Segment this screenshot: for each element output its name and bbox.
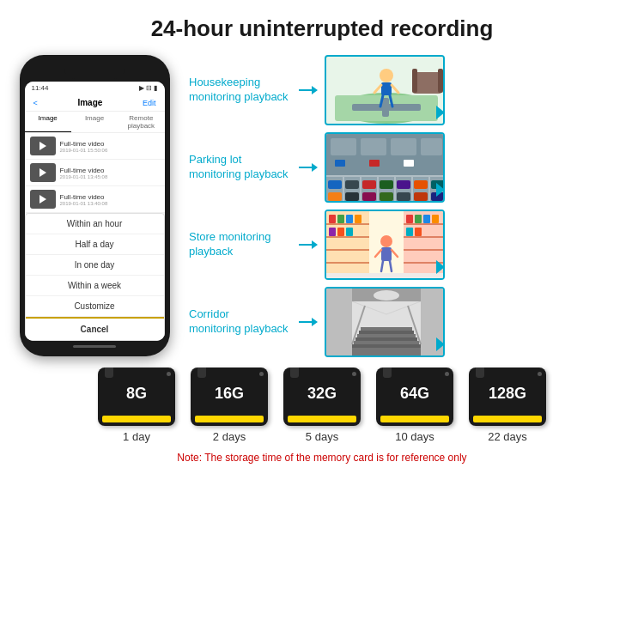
video-label-2: Full-time video bbox=[60, 167, 160, 174]
svg-rect-73 bbox=[415, 228, 422, 236]
phone-icons: ▶ ⊟ ▮ bbox=[139, 84, 157, 92]
phone-tab-image[interactable]: Image bbox=[25, 112, 71, 132]
sd-card-8g: 8G bbox=[98, 368, 175, 426]
svg-rect-42 bbox=[369, 160, 380, 167]
sd-dot-128g bbox=[538, 372, 542, 376]
storage-card-16g: 16G 2 days bbox=[191, 368, 268, 443]
sd-dot-64g bbox=[445, 372, 449, 376]
svg-rect-23 bbox=[345, 180, 359, 189]
storage-days-128g: 22 days bbox=[488, 430, 527, 443]
storage-card-64g: 64G 10 days bbox=[376, 368, 453, 443]
storage-days-16g: 2 days bbox=[213, 430, 246, 443]
monitoring-image-housekeeping bbox=[325, 55, 445, 125]
svg-rect-80 bbox=[352, 344, 421, 348]
scene-store-svg bbox=[326, 211, 445, 280]
svg-rect-38 bbox=[361, 138, 386, 155]
play-icon-1 bbox=[39, 142, 46, 150]
phone-outer: 11:44 ▶ ⊟ ▮ < Image Edit Image Image Rem… bbox=[20, 55, 170, 356]
scene-kids-svg bbox=[326, 57, 445, 125]
dropdown-item-one-day[interactable]: In one day bbox=[26, 255, 164, 276]
svg-rect-33 bbox=[397, 192, 410, 201]
sd-label-8g: 8G bbox=[126, 385, 147, 403]
dropdown-item-customize[interactable]: Customize bbox=[26, 296, 164, 317]
connector-line-2 bbox=[299, 167, 312, 168]
scene-arrow-housekeeping bbox=[436, 106, 445, 119]
phone-tab-image2[interactable]: Image bbox=[71, 112, 118, 132]
monitoring-image-corridor bbox=[325, 287, 445, 357]
svg-rect-83 bbox=[357, 334, 416, 337]
sd-card-128g: 128G bbox=[469, 368, 546, 426]
svg-rect-70 bbox=[423, 215, 430, 223]
dropdown-item-week[interactable]: Within a week bbox=[26, 276, 164, 296]
svg-rect-32 bbox=[380, 192, 393, 201]
phone-tab-remote[interactable]: Remote playback bbox=[118, 112, 164, 132]
phone-time: 11:44 bbox=[32, 84, 49, 92]
storage-card-32g: 32G 5 days bbox=[283, 368, 361, 443]
storage-days-8g: 1 day bbox=[123, 430, 150, 443]
svg-rect-81 bbox=[354, 341, 419, 344]
video-item-1: Full-time video 2019-01-01 15:50:06 bbox=[25, 133, 165, 160]
svg-rect-59 bbox=[329, 228, 336, 236]
storage-days-64g: 10 days bbox=[395, 430, 434, 443]
connector-arrow-1 bbox=[312, 86, 318, 94]
play-icon-2 bbox=[39, 168, 46, 177]
monitoring-label-store: Store monitoringplayback bbox=[189, 230, 292, 259]
phone-edit-btn[interactable]: Edit bbox=[143, 99, 156, 107]
svg-rect-31 bbox=[362, 192, 376, 201]
svg-rect-69 bbox=[415, 215, 422, 223]
svg-rect-41 bbox=[335, 160, 345, 167]
sd-dot-16g bbox=[259, 372, 264, 376]
connector-arrow-4 bbox=[312, 318, 318, 326]
phone-nav-title: Image bbox=[77, 98, 102, 107]
video-item-2: Full-time video 2019-01-01 13:45:08 bbox=[25, 160, 165, 186]
monitoring-item-housekeeping: Housekeepingmonitoring playback bbox=[189, 55, 635, 125]
svg-rect-37 bbox=[331, 138, 356, 155]
sd-card-32g: 32G bbox=[283, 368, 361, 426]
play-icon-3 bbox=[39, 195, 46, 204]
svg-rect-43 bbox=[404, 160, 414, 167]
svg-point-62 bbox=[380, 235, 392, 247]
connector-arrow-2 bbox=[312, 163, 318, 172]
connector-line-1 bbox=[299, 89, 312, 91]
video-label-1: Full-time video bbox=[60, 140, 160, 148]
connector-arrow-3 bbox=[312, 240, 318, 249]
storage-card-128g: 128G 22 days bbox=[469, 368, 546, 443]
video-info-2: Full-time video 2019-01-01 13:45:08 bbox=[60, 167, 160, 179]
video-info-1: Full-time video 2019-01-01 15:50:06 bbox=[60, 140, 160, 153]
connector-parking bbox=[299, 163, 318, 172]
monitoring-image-store bbox=[325, 210, 445, 280]
svg-rect-57 bbox=[346, 215, 353, 223]
svg-rect-29 bbox=[328, 192, 342, 201]
connector-line-4 bbox=[299, 321, 312, 323]
dropdown-item-within-hour[interactable]: Within an hour bbox=[26, 214, 164, 234]
monitoring-item-parking: Parking lotmonitoring playback bbox=[189, 132, 635, 203]
svg-rect-39 bbox=[391, 138, 416, 155]
dropdown-cancel-btn[interactable]: Cancel bbox=[26, 317, 164, 340]
scene-arrow-store bbox=[436, 260, 445, 274]
storage-cards-row: 8G 1 day 16G 2 days 32G 5 days 64G 10 da… bbox=[98, 368, 546, 443]
svg-point-5 bbox=[380, 69, 393, 82]
dropdown-menu: Within an hour Half a day In one day Wit… bbox=[25, 213, 165, 341]
svg-rect-24 bbox=[362, 180, 376, 189]
svg-rect-26 bbox=[397, 180, 410, 189]
svg-rect-25 bbox=[380, 180, 393, 189]
scene-arrow-corridor bbox=[436, 337, 445, 351]
phone-nav-bar: < Image Edit bbox=[25, 94, 165, 112]
page-header: 24-hour uninterrupted recording bbox=[0, 0, 644, 51]
phone-home-bar bbox=[73, 345, 116, 348]
video-date-3: 2019-01-01 13:40:08 bbox=[60, 201, 160, 206]
svg-rect-40 bbox=[421, 138, 442, 155]
svg-rect-34 bbox=[414, 192, 428, 201]
monitoring-label-corridor: Corridormonitoring playback bbox=[189, 307, 292, 337]
page-title: 24-hour uninterrupted recording bbox=[151, 15, 494, 41]
main-content: 11:44 ▶ ⊟ ▮ < Image Edit Image Image Rem… bbox=[0, 51, 644, 357]
svg-rect-82 bbox=[355, 337, 417, 341]
monitoring-item-corridor: Corridormonitoring playback bbox=[189, 287, 635, 357]
svg-rect-13 bbox=[438, 69, 443, 93]
dropdown-item-half-day[interactable]: Half a day bbox=[26, 234, 164, 255]
video-item-3: Full-time video 2019-01-01 13:40:08 bbox=[25, 186, 165, 213]
phone-back-btn[interactable]: < bbox=[33, 99, 38, 107]
phone-tabs: Image Image Remote playback bbox=[25, 112, 165, 133]
video-info-3: Full-time video 2019-01-01 13:40:08 bbox=[60, 193, 160, 206]
sd-dot-32g bbox=[352, 372, 356, 376]
